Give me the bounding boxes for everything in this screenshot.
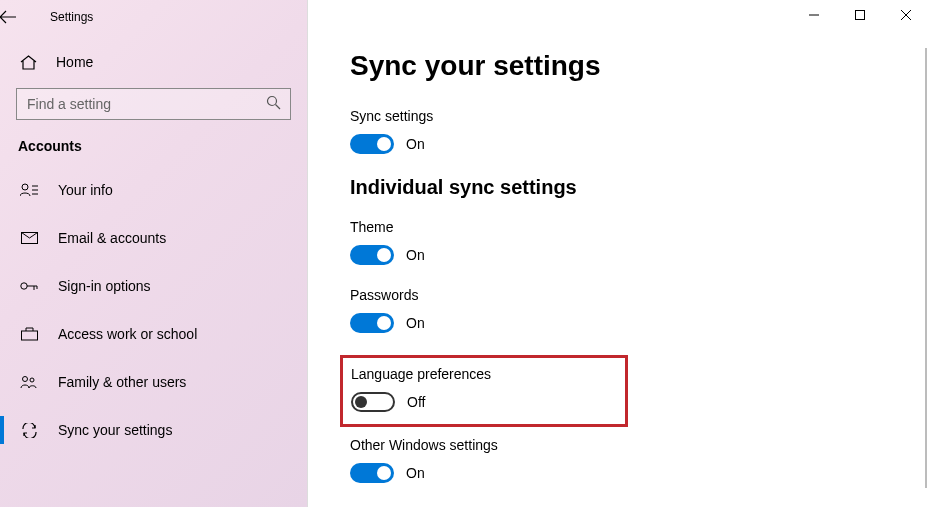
- home-nav[interactable]: Home: [0, 44, 307, 80]
- main-content: Sync your settings Sync settings On Indi…: [308, 0, 929, 507]
- svg-point-4: [22, 184, 28, 190]
- home-icon: [20, 55, 38, 70]
- other-windows-state: On: [406, 465, 425, 481]
- svg-point-15: [30, 378, 34, 382]
- sidebar-item-signin-options[interactable]: Sign-in options: [0, 266, 307, 306]
- svg-rect-13: [21, 331, 37, 340]
- individual-sync-heading: Individual sync settings: [350, 176, 929, 199]
- language-state: Off: [407, 394, 425, 410]
- your-info-icon: [20, 183, 38, 197]
- sidebar-item-access-work-school[interactable]: Access work or school: [0, 314, 307, 354]
- sidebar-item-label: Family & other users: [58, 374, 186, 390]
- passwords-label: Passwords: [350, 287, 929, 303]
- sidebar-item-label: Sync your settings: [58, 422, 172, 438]
- scrollbar[interactable]: [925, 48, 927, 488]
- sync-settings-state: On: [406, 136, 425, 152]
- sidebar: Home Accounts Your info Email & accounts: [0, 0, 308, 507]
- window-title: Settings: [50, 10, 93, 24]
- highlight-annotation: Language preferences Off: [340, 355, 628, 427]
- briefcase-icon: [20, 327, 38, 341]
- sidebar-item-email-accounts[interactable]: Email & accounts: [0, 218, 307, 258]
- page-title: Sync your settings: [350, 50, 929, 82]
- sync-icon: [20, 423, 38, 438]
- search-input[interactable]: [16, 88, 291, 120]
- theme-toggle[interactable]: [350, 245, 394, 265]
- sidebar-section-label: Accounts: [0, 138, 307, 170]
- sidebar-item-your-info[interactable]: Your info: [0, 170, 307, 210]
- svg-point-14: [23, 377, 28, 382]
- other-windows-label: Other Windows settings: [350, 437, 929, 453]
- svg-point-9: [21, 283, 27, 289]
- home-label: Home: [56, 54, 93, 70]
- theme-label: Theme: [350, 219, 929, 235]
- other-windows-toggle[interactable]: [350, 463, 394, 483]
- passwords-state: On: [406, 315, 425, 331]
- back-arrow-icon: [0, 10, 16, 24]
- language-label: Language preferences: [351, 366, 617, 382]
- sidebar-item-label: Access work or school: [58, 326, 197, 342]
- back-button[interactable]: [0, 10, 44, 24]
- sidebar-item-family-users[interactable]: Family & other users: [0, 362, 307, 402]
- passwords-toggle[interactable]: [350, 313, 394, 333]
- sidebar-item-sync-settings[interactable]: Sync your settings: [0, 410, 307, 450]
- key-icon: [20, 279, 38, 293]
- email-icon: [20, 232, 38, 244]
- theme-state: On: [406, 247, 425, 263]
- sidebar-item-label: Email & accounts: [58, 230, 166, 246]
- sidebar-item-label: Sign-in options: [58, 278, 151, 294]
- sidebar-item-label: Your info: [58, 182, 113, 198]
- language-toggle[interactable]: [351, 392, 395, 412]
- people-icon: [20, 375, 38, 389]
- sync-settings-toggle[interactable]: [350, 134, 394, 154]
- sync-settings-label: Sync settings: [350, 108, 929, 124]
